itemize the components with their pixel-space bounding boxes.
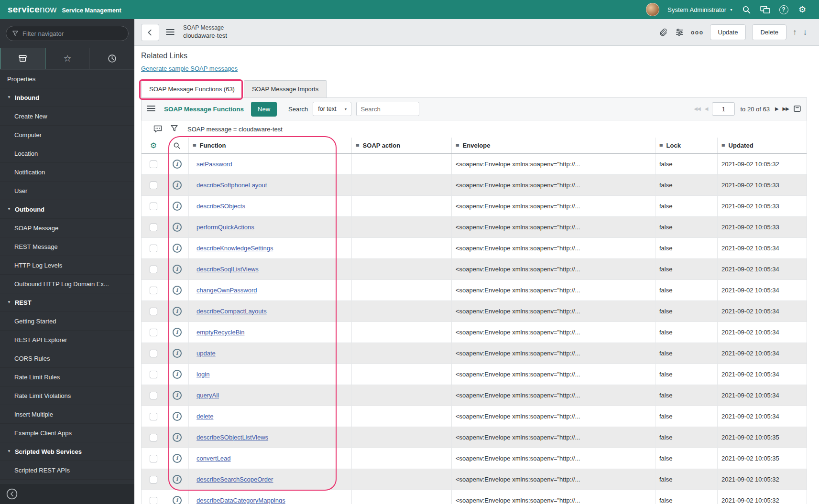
function-link[interactable]: emptyRecycleBin [193, 329, 244, 336]
scroll-up-icon[interactable]: ↑ [793, 28, 797, 36]
chat-bubble-icon[interactable] [153, 124, 163, 134]
update-button[interactable]: Update [710, 24, 746, 40]
prev-page-icon[interactable]: ◀ [705, 107, 708, 111]
row-checkbox[interactable] [150, 161, 157, 168]
breadcrumb[interactable]: SOAP message = cloudaware-test [187, 126, 283, 133]
connect-chat-icon[interactable] [760, 4, 770, 15]
row-checkbox[interactable] [150, 182, 157, 189]
attachment-paperclip-icon[interactable] [657, 27, 668, 38]
column-header-lock[interactable]: ≡Lock [655, 138, 717, 153]
info-icon[interactable]: i [173, 307, 182, 316]
info-icon[interactable]: i [173, 475, 182, 484]
tab-all-applications[interactable] [0, 48, 45, 69]
function-link[interactable]: describeDataCategoryMappings [193, 497, 285, 504]
sidebar-item-location[interactable]: Location [0, 144, 134, 163]
personalize-sliders-icon[interactable] [674, 27, 685, 38]
row-checkbox[interactable] [150, 245, 157, 252]
user-menu-button[interactable]: System Administrator ▼ [667, 6, 733, 13]
tab-favorites[interactable]: ☆ [45, 48, 90, 69]
first-page-icon[interactable]: ◀◀ [694, 107, 700, 111]
function-link[interactable]: queryAll [193, 392, 219, 399]
row-checkbox[interactable] [150, 392, 157, 399]
sidebar-item-scripted-web-services[interactable]: ▼Scripted Web Services [0, 442, 134, 461]
tab-soap-message-imports[interactable]: SOAP Message Imports [244, 80, 327, 97]
sidebar-item-rate-limit-violations[interactable]: Rate Limit Violations [0, 386, 134, 405]
next-page-icon[interactable]: ▶ [775, 107, 778, 111]
sidebar-item-outbound[interactable]: ▼Outbound [0, 200, 134, 219]
function-link[interactable]: describeSearchScopeOrder [193, 476, 273, 483]
sidebar-item-scripted-rest-apis[interactable]: Scripted REST APIs [0, 461, 134, 480]
settings-gear-icon[interactable]: ⚙ [797, 4, 808, 15]
sidebar-item-notification[interactable]: Notification [0, 163, 134, 182]
info-icon[interactable]: i [173, 349, 182, 358]
filter-navigator-input[interactable] [22, 30, 122, 37]
function-link[interactable]: changeOwnPassword [193, 287, 257, 294]
generate-soap-messages-link[interactable]: Generate sample SOAP messages [141, 65, 238, 72]
row-checkbox[interactable] [150, 329, 157, 336]
form-context-menu-icon[interactable] [165, 27, 176, 38]
info-icon[interactable]: i [173, 328, 182, 337]
function-link[interactable]: describeSObjects [193, 203, 245, 210]
search-type-select[interactable]: for text ▼ [313, 102, 351, 116]
sidebar-item-rate-limit-rules[interactable]: Rate Limit Rules [0, 368, 134, 386]
column-header-soap-action[interactable]: ≡SOAP action [351, 138, 451, 153]
function-link[interactable]: describeKnowledgeSettings [193, 245, 273, 252]
function-link[interactable]: describeSObjectListViews [193, 434, 268, 441]
sidebar-item-http-log-levels[interactable]: HTTP Log Levels [0, 256, 134, 275]
new-button[interactable]: New [251, 102, 277, 117]
sidebar-item-user[interactable]: User [0, 182, 134, 200]
delete-button[interactable]: Delete [752, 24, 786, 40]
info-icon[interactable]: i [173, 433, 182, 442]
sidebar-item-computer[interactable]: Computer [0, 126, 134, 144]
row-checkbox[interactable] [150, 497, 157, 504]
sidebar-item-insert-multiple[interactable]: Insert Multiple [0, 405, 134, 424]
list-context-menu-icon[interactable] [146, 104, 157, 114]
collapse-sidebar-icon[interactable] [6, 488, 18, 500]
sidebar-item-outbound-http-log-domain-ex[interactable]: Outbound HTTP Log Domain Ex... [0, 275, 134, 293]
row-checkbox[interactable] [150, 350, 157, 357]
info-icon[interactable]: i [173, 412, 182, 421]
back-button[interactable] [141, 24, 159, 41]
page-number-input[interactable] [712, 102, 735, 116]
more-options-icon[interactable]: ooo [691, 29, 704, 36]
sidebar-item-inbound[interactable]: ▼Inbound [0, 88, 134, 107]
filter-navigator[interactable] [6, 26, 129, 41]
function-link[interactable]: performQuickActions [193, 224, 254, 231]
help-icon[interactable]: ? [778, 4, 789, 15]
info-icon[interactable]: i [173, 181, 182, 190]
info-icon[interactable]: i [173, 454, 182, 463]
function-link[interactable]: describeSoqlListViews [193, 266, 259, 273]
row-checkbox[interactable] [150, 203, 157, 210]
sidebar-item-rest-api-explorer[interactable]: REST API Explorer [0, 331, 134, 349]
row-checkbox[interactable] [150, 413, 157, 420]
function-link[interactable]: login [193, 371, 209, 378]
list-filter-funnel-icon[interactable] [170, 124, 180, 134]
info-icon[interactable]: i [173, 244, 182, 253]
sidebar-item-getting-started[interactable]: Getting Started [0, 312, 134, 331]
sidebar-item-rest[interactable]: ▼REST [0, 293, 134, 312]
row-checkbox[interactable] [150, 308, 157, 315]
sidebar-item-rest-message[interactable]: REST Message [0, 237, 134, 256]
list-personalize-gear-icon[interactable]: ⚙ [142, 138, 165, 153]
tab-history[interactable] [90, 48, 134, 69]
function-link[interactable]: describeSoftphoneLayout [193, 182, 267, 189]
info-icon[interactable]: i [173, 265, 182, 274]
function-link[interactable]: delete [193, 413, 213, 420]
global-search-icon[interactable] [741, 4, 752, 15]
sidebar-item-cors-rules[interactable]: CORS Rules [0, 349, 134, 368]
sidebar-item-properties[interactable]: Properties [0, 70, 134, 88]
sidebar-item-create-new[interactable]: Create New [0, 107, 134, 126]
column-header-updated[interactable]: ≡Updated [717, 138, 808, 153]
row-checkbox[interactable] [150, 224, 157, 231]
column-search-icon[interactable] [165, 138, 188, 153]
info-icon[interactable]: i [173, 202, 182, 211]
row-checkbox[interactable] [150, 266, 157, 273]
sidebar-item-example-client-apps[interactable]: Example Client Apps [0, 424, 134, 442]
sidebar-item-soap-message[interactable]: SOAP Message [0, 219, 134, 237]
info-icon[interactable]: i [173, 370, 182, 379]
info-icon[interactable]: i [173, 160, 182, 169]
list-search-input[interactable] [356, 102, 419, 116]
info-icon[interactable]: i [173, 496, 182, 504]
tab-soap-message-functions[interactable]: SOAP Message Functions (63) [141, 80, 243, 97]
user-avatar[interactable] [646, 3, 659, 16]
